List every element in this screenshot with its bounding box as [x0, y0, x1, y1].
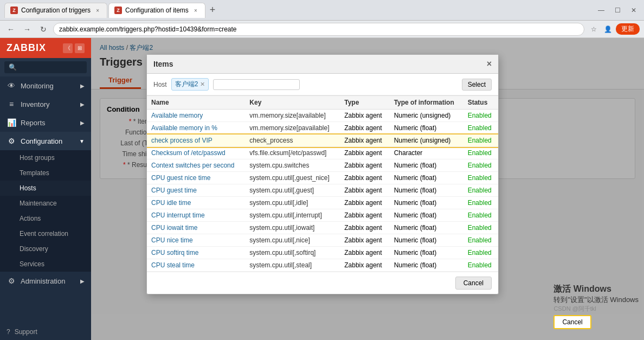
- sidebar-item-monitoring[interactable]: 👁 Monitoring ▶: [0, 76, 91, 95]
- sub-templates[interactable]: Templates: [0, 165, 91, 181]
- sidebar-item-administration-label: Administration: [21, 277, 65, 285]
- host-tag-remove[interactable]: ✕: [200, 81, 205, 88]
- forward-button[interactable]: →: [21, 23, 34, 36]
- modal-cancel-button[interactable]: Cancel: [455, 277, 492, 290]
- monitoring-icon: 👁: [7, 81, 16, 90]
- sub-hosts[interactable]: Hosts: [0, 181, 91, 196]
- windows-activation: 激活 Windows 转到"设置"以激活 Windows CSDN @阿千tkl…: [553, 284, 639, 329]
- address-actions: ☆ 👤 更新: [588, 23, 640, 35]
- select-button[interactable]: Select: [462, 79, 492, 91]
- address-bar: ← → ↻ ☆ 👤 更新: [0, 21, 644, 38]
- item-name-link[interactable]: Context switches per second: [151, 162, 234, 169]
- close-button[interactable]: ✕: [628, 4, 640, 16]
- minimize-button[interactable]: —: [595, 4, 607, 16]
- configuration-icon: ⚙: [7, 137, 16, 145]
- sidebar-item-configuration-label: Configuration: [21, 137, 62, 145]
- win-activate-title: 激活 Windows: [553, 284, 639, 295]
- host-search-input[interactable]: [213, 79, 300, 90]
- item-name-link[interactable]: CPU steal time: [151, 261, 195, 269]
- search-box[interactable]: 🔍: [4, 61, 87, 73]
- administration-arrow: ▶: [80, 278, 85, 284]
- bookmark-icon[interactable]: ☆: [588, 23, 600, 35]
- tab-items[interactable]: Z Configuration of items ×: [108, 3, 205, 18]
- table-body: Available memory vm.memory.size[availabl…: [147, 110, 498, 272]
- item-key: system.cpu.switches: [245, 159, 340, 172]
- monitoring-arrow: ▶: [80, 83, 85, 89]
- maximize-button[interactable]: ☐: [611, 4, 623, 16]
- tab-triggers[interactable]: Z Configuration of triggers ×: [4, 3, 107, 18]
- reload-button[interactable]: ↻: [37, 23, 50, 36]
- item-type: Zabbix agent: [340, 197, 389, 209]
- item-type: Zabbix agent: [340, 147, 389, 159]
- tab-close-1[interactable]: ×: [94, 7, 101, 14]
- item-name-link[interactable]: CPU guest nice time: [151, 174, 210, 182]
- item-type-info: Numeric (unsigned): [390, 134, 463, 147]
- sub-discovery[interactable]: Discovery: [0, 241, 91, 256]
- item-name-link[interactable]: CPU iowait time: [151, 224, 197, 232]
- table-row: CPU idle time system.cpu.util[,idle] Zab…: [147, 197, 498, 209]
- table-row: check process of VIP check_process Zabbi…: [147, 134, 498, 147]
- item-key: system.cpu.util[,steal]: [245, 259, 340, 272]
- new-tab-button[interactable]: +: [207, 4, 219, 16]
- logo-grid-icon[interactable]: ⊞: [75, 43, 85, 53]
- item-type-info: Numeric (float): [390, 209, 463, 222]
- item-name-link[interactable]: CPU guest time: [151, 187, 197, 194]
- col-header-type: Type: [340, 96, 389, 110]
- item-status: Enabled: [463, 234, 498, 247]
- item-status: Enabled: [463, 197, 498, 209]
- item-key: system.cpu.util[,interrupt]: [245, 209, 340, 222]
- item-name-link[interactable]: CPU idle time: [151, 199, 191, 207]
- sub-actions[interactable]: Actions: [0, 211, 91, 226]
- item-name-link[interactable]: CPU nice time: [151, 236, 193, 244]
- table-row: Checksum of /etc/passwd vfs.file.cksum[/…: [147, 147, 498, 159]
- modal-table-scroll: Name Key Type Type of information Status…: [147, 95, 498, 272]
- update-button[interactable]: 更新: [616, 23, 640, 35]
- item-key: system.cpu.util[,guest_nice]: [245, 172, 340, 184]
- item-type-info: Numeric (float): [390, 159, 463, 172]
- host-filter-label: Host: [153, 81, 167, 88]
- inventory-arrow: ▶: [80, 101, 85, 107]
- sidebar-search: 🔍: [0, 58, 91, 76]
- sidebar-item-inventory[interactable]: ≡ Inventory ▶: [0, 95, 91, 113]
- support-icon: ?: [7, 328, 10, 336]
- win-cancel-btn[interactable]: Cancel: [553, 315, 591, 329]
- host-tag-text: 客户端2: [175, 80, 198, 89]
- item-type-info: Numeric (float): [390, 222, 463, 234]
- item-name-link[interactable]: Available memory: [151, 112, 203, 119]
- item-status: Enabled: [463, 110, 498, 122]
- item-name-link[interactable]: Available memory in %: [151, 124, 217, 132]
- item-name-link[interactable]: CPU softirq time: [151, 249, 198, 256]
- item-status: Enabled: [463, 122, 498, 134]
- sidebar-item-configuration[interactable]: ⚙ Configuration ▼: [0, 132, 91, 150]
- sidebar-support[interactable]: ? Support: [0, 324, 91, 340]
- sidebar-logo: ZABBIX 《 ⊞: [0, 38, 91, 58]
- item-name-link[interactable]: CPU interrupt time: [151, 211, 205, 219]
- col-header-status: Status: [463, 96, 498, 110]
- item-name-link[interactable]: Checksum of /etc/passwd: [151, 149, 226, 157]
- back-button[interactable]: ←: [4, 23, 17, 36]
- search-icon: 🔍: [9, 63, 17, 71]
- sub-event-correlation[interactable]: Event correlation: [0, 226, 91, 241]
- table-row: Context switches per second system.cpu.s…: [147, 159, 498, 172]
- item-type: Zabbix agent: [340, 122, 389, 134]
- item-key: system.cpu.util[,guest]: [245, 184, 340, 197]
- tab-close-2[interactable]: ×: [192, 7, 199, 14]
- item-type: Zabbix agent: [340, 234, 389, 247]
- sub-maintenance[interactable]: Maintenance: [0, 196, 91, 211]
- user-icon[interactable]: 👤: [602, 23, 614, 35]
- table-row: CPU steal time system.cpu.util[,steal] Z…: [147, 259, 498, 272]
- item-type-info: Numeric (float): [390, 247, 463, 259]
- url-input[interactable]: [53, 23, 584, 36]
- sidebar-item-reports[interactable]: 📊 Reports ▶: [0, 113, 91, 132]
- item-type: Zabbix agent: [340, 159, 389, 172]
- modal-close-button[interactable]: ×: [487, 59, 492, 69]
- item-status: Enabled: [463, 147, 498, 159]
- sidebar-item-administration[interactable]: ⚙ Administration ▶: [0, 272, 91, 290]
- reports-arrow: ▶: [80, 120, 85, 126]
- item-name-link[interactable]: check process of VIP: [151, 137, 212, 144]
- logo-collapse-icon[interactable]: 《: [63, 43, 73, 53]
- sub-services[interactable]: Services: [0, 256, 91, 272]
- win-activate-sub: 转到"设置"以激活 Windows: [553, 295, 639, 305]
- win-watermark: CSDN @阿千tkl: [553, 305, 639, 313]
- sub-host-groups[interactable]: Host groups: [0, 150, 91, 165]
